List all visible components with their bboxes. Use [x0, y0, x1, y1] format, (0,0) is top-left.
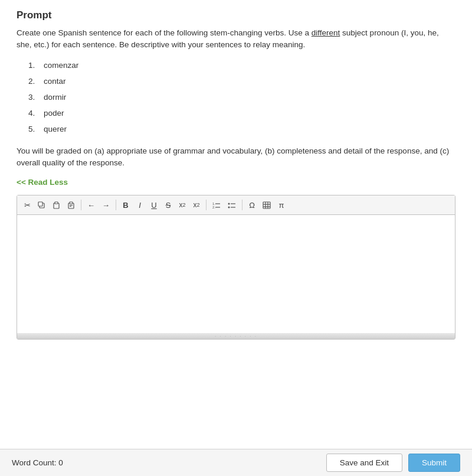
superscript-button[interactable]: x2 [190, 198, 203, 211]
description-part1: Create one Spanish sentence for each of … [17, 28, 312, 37]
unordered-list-button[interactable] [225, 198, 239, 211]
verb-num-5: 5. [28, 125, 39, 133]
verb-num-3: 3. [28, 93, 39, 102]
list-item: 3. dormir [28, 93, 455, 102]
copy-button[interactable] [35, 198, 48, 211]
editor-toolbar: ✂ [17, 195, 455, 215]
word-count-value: 0 [58, 458, 63, 467]
grading-note: You will be graded on (a) appropriate us… [17, 145, 455, 169]
paste-button[interactable] [50, 198, 63, 211]
redo-button[interactable]: → [99, 198, 113, 211]
svg-rect-5 [70, 202, 73, 204]
prompt-title: Prompt [17, 9, 455, 21]
verb-num-2: 2. [28, 77, 39, 86]
separator-3 [206, 200, 206, 210]
resize-dots: · · · · · · · · · [215, 334, 257, 339]
footer-buttons: Save and Exit Submit [326, 454, 460, 472]
table-button[interactable] [260, 198, 274, 211]
read-less-link[interactable]: << Read Less [17, 178, 68, 187]
bold-button[interactable]: B [119, 198, 132, 211]
list-item: 4. poder [28, 109, 455, 118]
svg-point-13 [228, 206, 230, 208]
page-container: Prompt Create one Spanish sentence for e… [0, 0, 472, 476]
svg-rect-3 [55, 202, 58, 204]
pi-button[interactable]: π [275, 198, 288, 211]
underline-button[interactable]: U [148, 198, 160, 211]
strikethrough-button[interactable]: S [162, 198, 175, 211]
list-item: 1. comenzar [28, 61, 455, 70]
word-count-container: Word Count: 0 [12, 458, 63, 467]
prompt-description: Create one Spanish sentence for each of … [17, 27, 455, 51]
verb-word-2: contar [44, 77, 66, 86]
italic-button[interactable]: I [133, 198, 146, 211]
word-count-label: Word Count: [12, 458, 57, 467]
verb-word-5: querer [44, 125, 67, 133]
list-item: 5. querer [28, 125, 455, 133]
cut-button[interactable]: ✂ [21, 198, 34, 211]
editor-resize-handle[interactable]: · · · · · · · · · [17, 333, 455, 339]
separator-2 [116, 200, 116, 210]
save-exit-button[interactable]: Save and Exit [326, 454, 402, 472]
svg-rect-1 [38, 202, 42, 206]
editor-area[interactable] [17, 215, 455, 333]
subscript-button[interactable]: x2 [176, 198, 189, 211]
footer-bar: Word Count: 0 Save and Exit Submit [0, 449, 472, 476]
svg-point-12 [228, 203, 230, 204]
description-underline: different [312, 28, 340, 37]
undo-button[interactable]: ← [84, 198, 98, 211]
verb-num-1: 1. [28, 61, 39, 70]
paste-plain-button[interactable] [64, 198, 78, 211]
omega-button[interactable]: Ω [245, 198, 258, 211]
separator-4 [242, 200, 242, 210]
separator-1 [81, 200, 81, 210]
submit-button[interactable]: Submit [408, 454, 460, 472]
ordered-list-button[interactable]: 1. 2. [209, 198, 224, 211]
main-content: Prompt Create one Spanish sentence for e… [0, 0, 472, 449]
verb-list: 1. comenzar 2. contar 3. dormir 4. poder… [28, 61, 455, 133]
verb-word-3: dormir [44, 93, 66, 102]
verb-num-4: 4. [28, 109, 39, 118]
editor-container: ✂ [17, 195, 455, 340]
verb-word-1: comenzar [44, 61, 78, 70]
svg-text:2.: 2. [212, 206, 215, 209]
verb-word-4: poder [44, 109, 64, 118]
list-item: 2. contar [28, 77, 455, 86]
svg-rect-16 [263, 202, 270, 208]
